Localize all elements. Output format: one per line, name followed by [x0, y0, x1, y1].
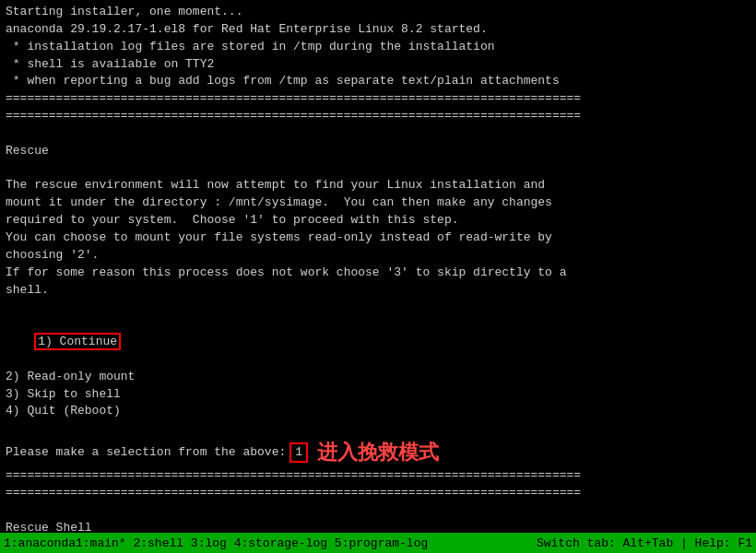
line-11: The rescue environment will now attempt … [6, 177, 750, 194]
line-13: required to your system. Choose '1' to p… [6, 212, 750, 229]
continue-option[interactable]: 1) Continue [34, 333, 121, 350]
line-21: 3) Skip to shell [6, 386, 750, 404]
line-8 [6, 125, 750, 143]
line-7: ========================================… [6, 108, 750, 125]
line-23 [6, 420, 750, 438]
line-26 [6, 502, 750, 520]
line-4: * shell is available on TTY2 [6, 56, 750, 74]
annotation-rescue-mode: 进入挽救模式 [317, 438, 439, 467]
line-2: anaconda 29.19.2.17-1.el8 for Red Hat En… [6, 21, 750, 39]
line-6: ========================================… [6, 90, 750, 108]
line-20: 2) Read-only mount [6, 369, 750, 386]
line-9: Rescue [6, 143, 750, 160]
line-22: 4) Quit (Reboot) [6, 403, 750, 420]
line-16: If for some reason this process does not… [6, 265, 750, 282]
selection-prompt: Please make a selection from the above: [6, 444, 286, 462]
statusbar-left: 1:anaconda1:main* 2:shell 3:log 4:storag… [4, 536, 537, 550]
line-selection: Please make a selection from the above: … [6, 438, 750, 467]
line-14: You can choose to mount your file system… [6, 229, 750, 247]
line-15: choosing '2'. [6, 247, 750, 265]
line-5: * when reporting a bug add logs from /tm… [6, 73, 750, 90]
line-17: shell. [6, 282, 750, 300]
statusbar-right: Switch tab: Alt+Tab | Help: F1 [537, 536, 752, 550]
line-rescue-shell: Rescue Shell [6, 520, 750, 533]
line-18 [6, 299, 750, 316]
terminal: Starting installer, one moment... anacon… [0, 0, 756, 533]
line-10 [6, 160, 750, 178]
line-sep1: ========================================… [6, 467, 750, 485]
selection-input[interactable]: 1 [289, 442, 308, 464]
line-1: Starting installer, one moment... [6, 4, 750, 21]
line-3: * installation log files are stored in /… [6, 39, 750, 56]
line-12: mount it under the directory : /mnt/sysi… [6, 194, 750, 212]
line-sep2: ========================================… [6, 485, 750, 502]
statusbar: 1:anaconda1:main* 2:shell 3:log 4:storag… [0, 533, 756, 553]
line-continue: 1) Continue [6, 316, 750, 369]
